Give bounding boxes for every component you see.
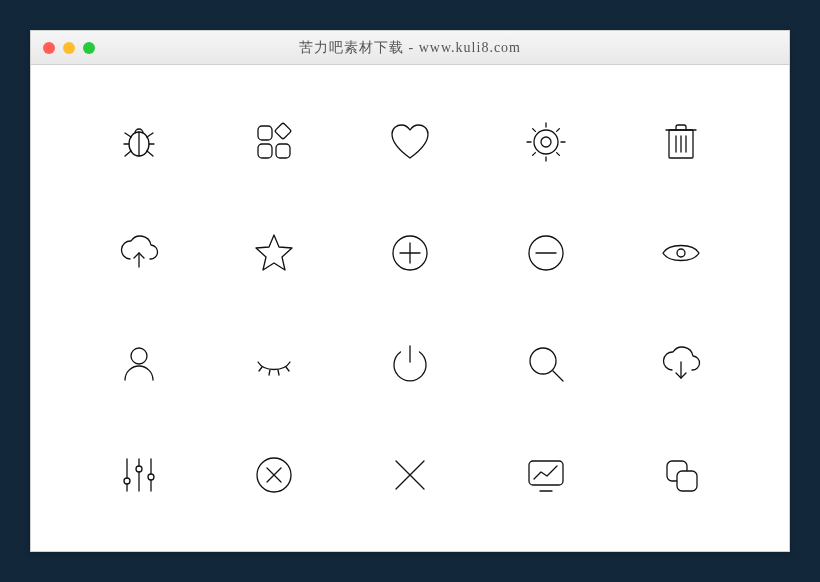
eye-closed-icon: [217, 313, 333, 414]
bug-icon: [81, 91, 197, 192]
copy-icon: [623, 424, 739, 525]
eye-open-icon: [623, 202, 739, 303]
svg-point-14: [136, 466, 142, 472]
svg-point-15: [148, 474, 154, 480]
icon-grid: [31, 65, 789, 551]
svg-rect-19: [677, 471, 697, 491]
app-window: 苦力吧素材下载 - www.kuli8.com: [30, 30, 790, 552]
svg-point-10: [677, 249, 685, 257]
grid-add-icon: [217, 91, 333, 192]
sliders-icon: [81, 424, 197, 525]
user-icon: [81, 313, 197, 414]
zoom-dot[interactable]: [83, 42, 95, 54]
minus-circle-icon: [488, 202, 604, 303]
traffic-lights: [43, 42, 95, 54]
minimize-dot[interactable]: [63, 42, 75, 54]
svg-rect-1: [258, 126, 272, 140]
close-x-icon: [352, 424, 468, 525]
svg-point-11: [131, 348, 147, 364]
plus-circle-icon: [352, 202, 468, 303]
svg-rect-3: [276, 144, 290, 158]
svg-rect-2: [258, 144, 272, 158]
svg-point-12: [530, 348, 556, 374]
trash-icon: [623, 91, 739, 192]
svg-point-6: [541, 137, 551, 147]
x-circle-icon: [217, 424, 333, 525]
svg-point-5: [534, 130, 558, 154]
svg-rect-17: [529, 461, 563, 485]
power-icon: [352, 313, 468, 414]
heart-icon: [352, 91, 468, 192]
svg-point-13: [124, 478, 130, 484]
star-icon: [217, 202, 333, 303]
window-title: 苦力吧素材下载 - www.kuli8.com: [31, 39, 789, 57]
cloud-upload-icon: [81, 202, 197, 303]
titlebar: 苦力吧素材下载 - www.kuli8.com: [31, 31, 789, 65]
search-icon: [488, 313, 604, 414]
svg-rect-4: [275, 122, 292, 139]
close-dot[interactable]: [43, 42, 55, 54]
cloud-download-icon: [623, 313, 739, 414]
gear-icon: [488, 91, 604, 192]
monitor-chart-icon: [488, 424, 604, 525]
